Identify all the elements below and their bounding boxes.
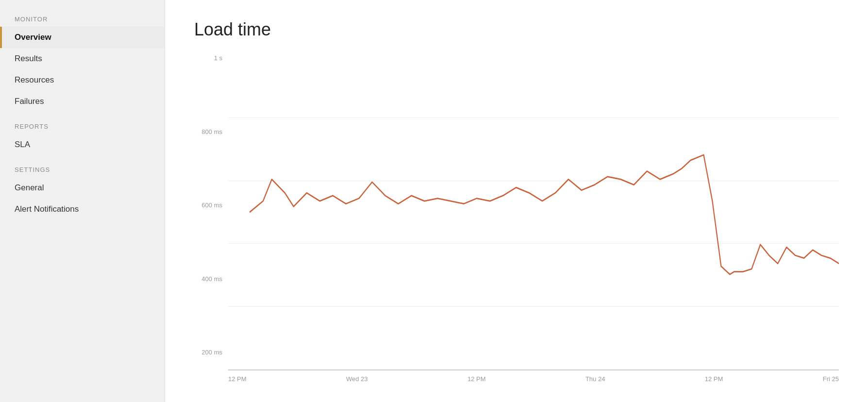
sidebar-section-monitor: MONITOR xyxy=(0,5,165,27)
x-label-thu24: Thu 24 xyxy=(585,375,605,383)
sidebar-item-overview[interactable]: Overview xyxy=(0,27,165,48)
sidebar-item-general[interactable]: General xyxy=(0,177,165,199)
y-label-800ms: 800 ms xyxy=(201,128,222,135)
chart-container: 1 s 800 ms 600 ms 400 ms 200 ms xyxy=(194,54,839,383)
chart-svg xyxy=(228,54,839,369)
y-axis: 1 s 800 ms 600 ms 400 ms 200 ms xyxy=(194,54,228,370)
chart-title: Load time xyxy=(194,19,839,40)
chart-inner xyxy=(228,54,839,370)
sidebar-section-reports: REPORTS xyxy=(0,112,165,134)
sidebar-item-results[interactable]: Results xyxy=(0,48,165,69)
x-label-wed23: Wed 23 xyxy=(346,375,368,383)
x-label-12pm-1: 12 PM xyxy=(228,375,247,383)
sidebar-section-settings: SETTINGS xyxy=(0,155,165,177)
sidebar-item-resources[interactable]: Resources xyxy=(0,69,165,91)
x-label-fri25: Fri 25 xyxy=(823,375,839,383)
main-content: Load time 1 s 800 ms 600 ms 400 ms 200 m… xyxy=(165,0,868,402)
chart-area: 1 s 800 ms 600 ms 400 ms 200 ms xyxy=(194,54,839,370)
sidebar-item-alert-notifications[interactable]: Alert Notifications xyxy=(0,199,165,220)
y-label-600ms: 600 ms xyxy=(201,201,222,209)
sidebar: MONITOR Overview Results Resources Failu… xyxy=(0,0,165,402)
sidebar-item-sla[interactable]: SLA xyxy=(0,134,165,155)
x-label-12pm-3: 12 PM xyxy=(705,375,723,383)
x-axis: 12 PM Wed 23 12 PM Thu 24 12 PM Fri 25 xyxy=(194,370,839,383)
y-label-1s: 1 s xyxy=(214,54,222,62)
x-label-12pm-2: 12 PM xyxy=(467,375,486,383)
y-label-200ms: 200 ms xyxy=(201,349,222,356)
sidebar-item-failures[interactable]: Failures xyxy=(0,91,165,112)
y-label-400ms: 400 ms xyxy=(201,275,222,283)
